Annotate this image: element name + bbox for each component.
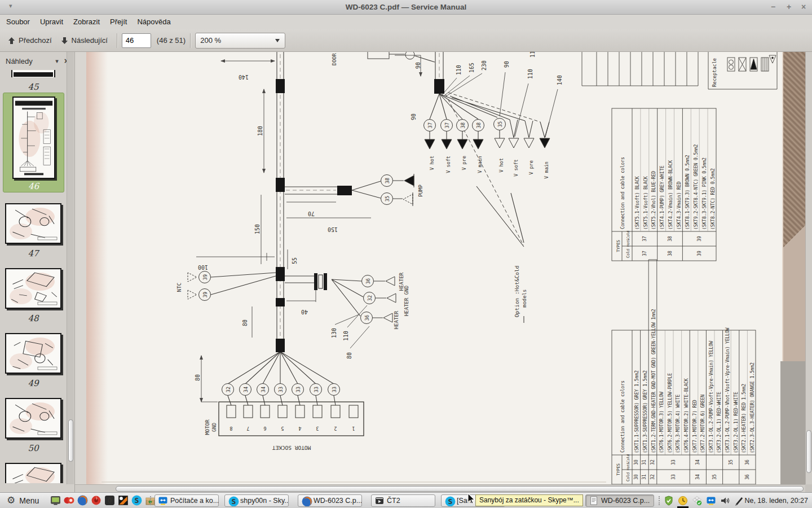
thumbnail-page-partial[interactable] — [0, 463, 67, 483]
previous-page-button[interactable]: Předchozí — [3, 33, 56, 49]
vertical-scrollbar-thumb[interactable] — [806, 430, 811, 473]
tray-volume-icon[interactable] — [720, 495, 731, 506]
launcher-show-desktop-icon[interactable] — [50, 494, 61, 506]
minimize-button[interactable]: − — [766, 0, 780, 15]
thumbnail-page-49[interactable]: 49 — [0, 333, 67, 388]
table-cell: 35 — [712, 474, 717, 480]
component-label: models — [522, 289, 527, 308]
socket-pin-number: 4 — [298, 426, 301, 431]
table-cell: Hot&Cold — [626, 454, 630, 470]
dimension-label: 70 — [308, 211, 315, 217]
table-cell: (SKT5.1-Vsoft) BLACK — [634, 176, 640, 230]
menu-item-upravit[interactable]: Upravit — [35, 15, 68, 29]
launcher-opera-icon[interactable]: O — [104, 494, 116, 506]
thumbnail-page-48[interactable]: 48 — [0, 268, 67, 323]
table-cell: (SKT1.3-SUPPRESSOR) GREY 1.5mm2 — [642, 370, 648, 453]
valve-label: V pre — [528, 160, 534, 175]
taskbar-window-wd-6023-c-p[interactable]: WD-6023 C.p... — [585, 494, 654, 507]
menu-gear-icon: ⚙ — [7, 494, 15, 507]
connector-number: 34 — [261, 387, 266, 392]
firefox-icon — [302, 496, 311, 505]
sidebar-scrollbar[interactable] — [67, 52, 74, 484]
launcher-skype-icon[interactable]: S — [131, 494, 143, 506]
table-cell: 37 — [642, 236, 647, 242]
horizontal-scrollbar[interactable] — [75, 484, 805, 492]
taskbar-tooltip: Sanybój za zatáčkou - Skype™... — [475, 494, 583, 506]
connector-number: 38 — [460, 122, 466, 128]
launcher-double-commander-icon[interactable] — [63, 494, 75, 506]
dimension-label: 90 — [504, 61, 510, 68]
zoom-level-select[interactable]: 200 % — [195, 33, 285, 49]
thumbnail-page-45[interactable]: 45 — [0, 70, 67, 92]
dimension-label: 90 — [415, 62, 421, 69]
table-cell: (SKT6.3-MOTOR.4) WHITE — [675, 395, 681, 453]
component-label: Option :Hot&Cold — [514, 265, 520, 317]
table-cell: 31 — [642, 474, 647, 480]
socket-pin-number: 3 — [316, 426, 319, 431]
window-button-label: shpy00n - Sky... — [240, 497, 289, 505]
close-button[interactable]: × — [796, 0, 811, 15]
taskbar-window-ct2[interactable]: ČT2 — [371, 494, 435, 507]
maximize-button[interactable]: + — [782, 0, 796, 15]
dimension-label: 80 — [346, 352, 352, 359]
connector-number: 33 — [278, 387, 284, 392]
thumbnail-number: 46 — [3, 181, 64, 191]
next-label: Následující — [72, 36, 108, 45]
connector-number: 36 — [364, 315, 370, 321]
chevron-down-icon — [275, 39, 280, 42]
dimension-label: 150 — [254, 224, 261, 234]
menu-item-napoveda[interactable]: Nápověda — [132, 15, 175, 29]
toolbar-separator — [117, 33, 117, 48]
tray-clock-indicator-icon[interactable] — [677, 495, 689, 506]
component-label: PUMP — [418, 185, 423, 197]
taskbar-window-pocitace-a-ko[interactable]: Počítače a ko... — [155, 494, 219, 507]
connector-number: 33 — [295, 387, 301, 392]
table-cell: 33 — [671, 459, 676, 465]
titlebar[interactable]: ▾ WD-6023 C.pdf — Service Manual − + × — [0, 0, 812, 15]
table-cell: 30 — [634, 474, 639, 480]
menu-button[interactable]: ⚙ Menu — [2, 494, 43, 507]
dimension-label: 230 — [481, 60, 487, 71]
launcher-image-viewer-icon[interactable] — [90, 494, 102, 506]
table-cell: (SKT3.1-OL.2-PUMP-Vsoft-Vpre-Vmain) YELL… — [708, 341, 714, 453]
launcher-firefox-icon[interactable] — [77, 494, 89, 506]
thumbnail-page-47[interactable]: 47 — [0, 203, 67, 259]
window-button-label: WD-6023 C.p... — [601, 497, 650, 505]
launcher-media-player-icon[interactable] — [117, 494, 129, 506]
tray-teamviewer-icon[interactable] — [705, 495, 717, 506]
page-number-input[interactable] — [122, 33, 151, 48]
table-cell: Connection and cable colors — [620, 380, 625, 453]
menu-item-soubor[interactable]: Soubor — [1, 15, 35, 29]
menu-item-zobrazit[interactable]: Zobrazit — [68, 15, 105, 29]
connector-number: 36 — [365, 278, 371, 284]
horizontal-scrollbar-thumb[interactable] — [116, 486, 804, 492]
tray-security-shield-icon[interactable] — [663, 495, 674, 506]
table-cell: Hot&Cold — [626, 230, 630, 247]
thumbnail-page-50[interactable]: 50 — [0, 398, 67, 453]
inline-plug-connector — [314, 273, 327, 290]
next-page-button[interactable]: Následující — [56, 33, 112, 49]
svg-text:S: S — [232, 497, 236, 506]
tray-sync-check-icon[interactable] — [691, 495, 703, 506]
menu-item-prejit[interactable]: Přejít — [105, 15, 132, 29]
table-cell: (SKT6.4-MOTOR.2) WHITE-BLACK — [683, 378, 689, 453]
table-cell: 33 — [671, 474, 676, 480]
selected-thumbnail-highlight: 46 — [3, 93, 64, 192]
sidebar-mode-dropdown[interactable]: ▾ — [55, 58, 59, 65]
sidebar-scrollbar-thumb[interactable] — [68, 419, 73, 462]
vertical-scrollbar[interactable] — [805, 52, 812, 484]
thumbnail-number: 48 — [0, 313, 67, 323]
tray-stylus-icon[interactable] — [734, 495, 745, 506]
connector-number: 38 — [476, 122, 482, 128]
table-cell: 35 — [729, 459, 734, 465]
taskbar-window-shpy00n-sky[interactable]: Sshpy00n - Sky... — [224, 494, 289, 507]
document-icon — [589, 496, 598, 505]
thumbnail-number: 45 — [0, 82, 67, 92]
valve-label: V hot — [429, 156, 435, 170]
previous-label: Předchozí — [19, 36, 52, 45]
pdf-viewer-window: ▾ WD-6023 C.pdf — Service Manual − + × S… — [0, 0, 812, 492]
taskbar-window-wd-6023-c-p[interactable]: WD-6023 C.p... — [298, 494, 362, 507]
table-cell: (SKT3.2-OL.1) RED-WHITE — [733, 392, 739, 453]
taskbar-clock[interactable]: Ne, 18. leden, 20:27 — [744, 493, 808, 508]
socket-pin-number: 6 — [263, 426, 266, 431]
